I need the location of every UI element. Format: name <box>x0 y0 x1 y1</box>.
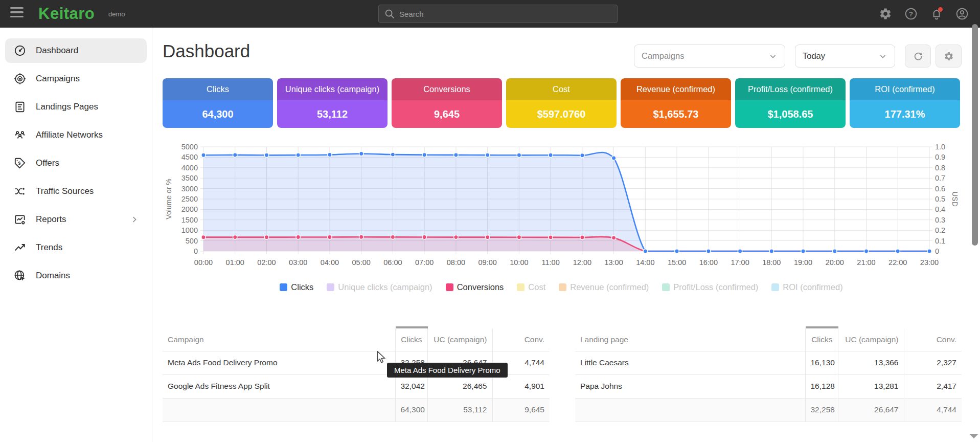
row-name-cell[interactable]: Meta Ads Food Delivery Promo <box>163 351 395 374</box>
row-name-cell[interactable]: Little Caesars <box>575 351 805 374</box>
column-header[interactable]: Conv. <box>492 327 550 351</box>
row-value-cell: 32,042 <box>395 374 427 398</box>
refresh-button[interactable] <box>905 45 931 68</box>
row-value-cell: 13,366 <box>838 351 904 374</box>
svg-text:0.5: 0.5 <box>935 195 945 203</box>
sidebar-item-dashboard[interactable]: Dashboard <box>5 38 147 63</box>
legend-label: Revenue (confirmed) <box>570 282 649 292</box>
notifications-icon[interactable] <box>930 7 943 20</box>
column-header[interactable]: UC (campaign) <box>427 327 492 351</box>
sidebar-item-label: Domains <box>36 271 140 281</box>
account-icon[interactable] <box>955 7 969 20</box>
sidebar-item-trends[interactable]: Trends <box>5 235 147 260</box>
chevron-down-icon <box>878 52 887 61</box>
metric-card-profit-loss[interactable]: Profit/Loss (confirmed) $1,058.65 <box>735 78 846 128</box>
column-header[interactable]: Landing page <box>575 327 805 351</box>
metric-card-conversions[interactable]: Conversions 9,645 <box>392 78 502 128</box>
table-row[interactable]: Google Ads Fitness App Split32,04226,465… <box>163 374 550 398</box>
legend-item[interactable]: Revenue (confirmed) <box>559 282 649 292</box>
dashboard-settings-button[interactable] <box>936 45 962 68</box>
svg-text:04:00: 04:00 <box>321 258 339 267</box>
page-scrollbar[interactable] <box>972 24 978 246</box>
scroll-down-arrow[interactable] <box>969 434 978 438</box>
svg-text:USD: USD <box>951 191 959 207</box>
sidebar-item-traffic-sources[interactable]: Traffic Sources <box>5 179 147 204</box>
legend-item[interactable]: ROI (confirmed) <box>771 282 842 292</box>
page-title: Dashboard <box>163 41 250 61</box>
legend-label: Conversions <box>457 282 504 292</box>
svg-text:0.8: 0.8 <box>935 164 945 172</box>
domains-icon <box>13 269 27 282</box>
hamburger-menu-icon[interactable] <box>10 7 25 20</box>
sidebar-item-label: Trends <box>36 242 140 253</box>
svg-text:0.7: 0.7 <box>935 174 945 182</box>
sidebar-item-label: Affiliate Networks <box>36 130 140 140</box>
sidebar-item-affiliate-networks[interactable]: Affiliate Networks <box>5 123 147 147</box>
column-header[interactable]: Clicks <box>805 327 838 351</box>
svg-text:11:00: 11:00 <box>542 258 560 267</box>
trends-icon <box>13 241 27 254</box>
global-search[interactable] <box>378 5 618 23</box>
metric-card-value: $597.0760 <box>506 100 617 128</box>
svg-text:20:00: 20:00 <box>826 258 844 267</box>
sidebar-item-landings-pages[interactable]: Landings Pages <box>5 95 147 119</box>
row-tooltip: Meta Ads Food Delivery Promo <box>387 363 508 378</box>
gear-icon <box>944 51 954 61</box>
metric-card-clicks[interactable]: Clicks 64,300 <box>163 78 273 128</box>
sidebar-item-campaigns[interactable]: Campaigns <box>5 67 147 91</box>
metric-card-roi[interactable]: ROI (confirmed) 177.31% <box>850 78 960 128</box>
table-row[interactable]: Papa Johns16,12813,2812,417 <box>575 374 962 398</box>
settings-icon[interactable] <box>879 7 892 20</box>
svg-text:500: 500 <box>186 237 198 245</box>
column-header[interactable]: Conv. <box>904 327 962 351</box>
svg-text:0.2: 0.2 <box>935 226 945 234</box>
sidebar-item-offers[interactable]: $ Offers <box>5 151 147 175</box>
legend-item[interactable]: Cost <box>517 282 545 292</box>
svg-text:23:00: 23:00 <box>920 258 939 267</box>
svg-text:12:00: 12:00 <box>573 258 591 267</box>
svg-text:03:00: 03:00 <box>289 258 307 267</box>
legend-item[interactable]: Clicks <box>280 282 313 292</box>
search-input[interactable] <box>399 10 612 18</box>
total-cell: 53,112 <box>427 398 492 422</box>
column-header[interactable]: UC (campaign) <box>838 327 904 351</box>
svg-text:0.6: 0.6 <box>935 185 945 193</box>
svg-text:07:00: 07:00 <box>415 258 434 267</box>
sidebar-item-label: Offers <box>36 158 140 168</box>
metric-card-label: Profit/Loss (confirmed) <box>735 78 846 100</box>
metric-card-revenue[interactable]: Revenue (confirmed) $1,655.73 <box>621 78 731 128</box>
svg-text:08:00: 08:00 <box>447 258 465 267</box>
row-name-cell[interactable]: Papa Johns <box>575 374 805 398</box>
svg-text:5000: 5000 <box>181 143 198 151</box>
row-value-cell: 2,327 <box>904 351 962 374</box>
row-value-cell: 26,465 <box>427 374 492 398</box>
row-value-cell: 13,281 <box>838 374 904 398</box>
landings-pages-icon <box>13 100 27 114</box>
campaign-filter-select[interactable]: Campaigns <box>634 45 785 68</box>
total-cell: 9,645 <box>492 398 550 422</box>
totals-row: 64,30053,1129,645 <box>163 398 550 422</box>
sidebar-item-domains[interactable]: Domains <box>5 263 147 288</box>
metric-card-label: ROI (confirmed) <box>850 78 960 100</box>
help-icon[interactable]: ? <box>904 7 918 20</box>
legend-item[interactable]: Unique clicks (campaign) <box>327 282 432 292</box>
legend-item[interactable]: Conversions <box>446 282 504 292</box>
row-name-cell[interactable]: Google Ads Fitness App Split <box>163 374 395 398</box>
metric-card-unique-clicks[interactable]: Unique clicks (campaign) 53,112 <box>277 78 388 128</box>
metric-card-value: 64,300 <box>163 100 273 128</box>
svg-text:2000: 2000 <box>181 205 198 213</box>
keitaro-logo[interactable]: Keitaro <box>38 5 95 23</box>
column-header[interactable]: Campaign <box>163 327 395 351</box>
svg-text:17:00: 17:00 <box>731 258 749 267</box>
sidebar-item-label: Dashboard <box>36 46 140 56</box>
legend-item[interactable]: Profit/Loss (confirmed) <box>662 282 758 292</box>
column-header[interactable]: Clicks <box>395 327 427 351</box>
svg-text:4500: 4500 <box>181 153 198 161</box>
date-range-select[interactable]: Today <box>795 45 895 68</box>
svg-text:01:00: 01:00 <box>226 258 244 267</box>
traffic-sources-icon <box>13 185 27 198</box>
dashboard-chart[interactable]: 0500100015002000250030003500400045005000… <box>163 142 960 273</box>
metric-card-cost[interactable]: Cost $597.0760 <box>506 78 617 128</box>
sidebar-item-reports[interactable]: Reports <box>5 207 147 232</box>
table-row[interactable]: Little Caesars16,13013,3662,327 <box>575 351 962 374</box>
